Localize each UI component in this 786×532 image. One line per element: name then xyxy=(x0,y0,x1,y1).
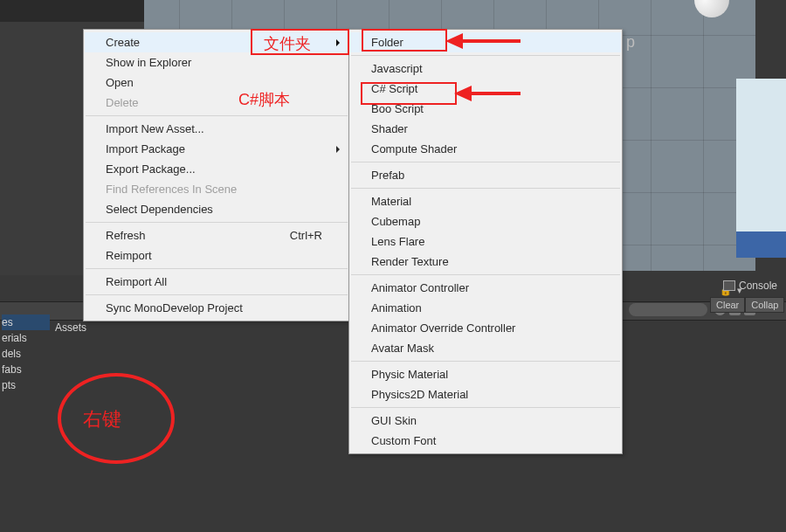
assets-breadcrumb[interactable]: Assets xyxy=(55,321,86,334)
submenu-item-compute-shader[interactable]: Compute Shader xyxy=(350,139,621,159)
app-root: p 🔒 ▾ es erials dels fabs pts Assets Con… xyxy=(0,0,786,532)
menu-item-label: Avatar Mask xyxy=(371,342,434,355)
submenu-item-animator-controller[interactable]: Animator Controller xyxy=(350,278,621,298)
menu-item-label: Folder xyxy=(371,36,403,49)
submenu-arrow-icon xyxy=(336,39,340,46)
submenu-item-avatar-mask[interactable]: Avatar Mask xyxy=(350,338,621,358)
menu-separator xyxy=(351,162,620,162)
submenu-item-custom-font[interactable]: Custom Font xyxy=(350,431,621,451)
menu-item-label: Animator Controller xyxy=(371,281,469,294)
submenu-item-render-texture[interactable]: Render Texture xyxy=(350,252,621,272)
scene-topbar xyxy=(0,0,144,22)
menu-item-label: Open xyxy=(106,76,134,89)
context-menu[interactable]: Create Show in Explorer Open Delete Impo… xyxy=(83,29,350,321)
scene-object[interactable] xyxy=(694,0,729,17)
submenu-arrow-icon xyxy=(336,146,340,153)
menu-separator xyxy=(86,268,348,269)
menu-shortcut: Ctrl+R xyxy=(290,229,322,242)
menu-separator xyxy=(351,407,620,408)
menu-item-reimport[interactable]: Reimport xyxy=(85,245,348,266)
submenu-item-javascript[interactable]: Javascript xyxy=(350,59,621,79)
menu-item-label: Select Dependencies xyxy=(106,203,213,216)
preview-pane-top xyxy=(736,79,786,253)
console-collapse-button[interactable]: Collap xyxy=(745,297,784,313)
submenu-item-shader[interactable]: Shader xyxy=(350,119,621,139)
menu-item-create[interactable]: Create xyxy=(85,32,348,52)
submenu-item-folder[interactable]: Folder xyxy=(350,32,621,52)
menu-item-label: Reimport All xyxy=(106,275,167,288)
menu-separator xyxy=(86,222,348,223)
submenu-item-gui-skin[interactable]: GUI Skin xyxy=(350,411,621,431)
menu-separator xyxy=(351,361,620,362)
menu-item-label: Delete xyxy=(106,96,139,109)
folder-item[interactable]: fabs xyxy=(2,362,50,377)
menu-item-label: Show in Explorer xyxy=(106,56,191,69)
menu-item-label: Compute Shader xyxy=(371,142,457,155)
menu-item-label: Javascript xyxy=(371,62,423,75)
menu-item-label: Custom Font xyxy=(371,434,436,447)
menu-item-label: Reimport xyxy=(106,249,152,262)
menu-item-label: Shader xyxy=(371,122,408,135)
submenu-item-material[interactable]: Material xyxy=(350,191,621,211)
menu-separator xyxy=(351,188,620,189)
menu-item-reimport-all[interactable]: Reimport All xyxy=(85,272,348,292)
menu-item-label: Find References In Scene xyxy=(106,183,237,196)
console-buttons: Clear Collap xyxy=(710,297,784,313)
submenu-item-csharp-script[interactable]: C# Script xyxy=(350,79,621,99)
menu-separator xyxy=(351,274,620,275)
submenu-item-physics2d-material[interactable]: Physics2D Material xyxy=(350,384,621,404)
project-search-input[interactable] xyxy=(629,303,707,316)
create-submenu[interactable]: Folder Javascript C# Script Boo Script S… xyxy=(348,29,623,454)
menu-item-label: Create xyxy=(106,36,140,49)
preview-pane-bottom xyxy=(736,231,786,258)
folder-item[interactable]: erials xyxy=(2,330,50,346)
menu-item-find-references: Find References In Scene xyxy=(85,179,348,199)
project-folder-list[interactable]: es erials dels fabs pts xyxy=(0,314,50,393)
menu-item-label: Import Package xyxy=(106,142,185,155)
menu-item-sync-monodevelop[interactable]: Sync MonoDevelop Project xyxy=(85,298,348,318)
menu-item-refresh[interactable]: Refresh Ctrl+R xyxy=(85,225,348,245)
menu-item-export-package[interactable]: Export Package... xyxy=(85,159,348,179)
console-icon xyxy=(723,280,735,291)
menu-item-import-new-asset[interactable]: Import New Asset... xyxy=(85,119,348,139)
console-clear-button[interactable]: Clear xyxy=(710,297,745,313)
menu-item-label: Import New Asset... xyxy=(106,122,204,135)
menu-separator xyxy=(86,294,348,295)
submenu-item-lens-flare[interactable]: Lens Flare xyxy=(350,231,621,252)
menu-item-select-dependencies[interactable]: Select Dependencies xyxy=(85,199,348,219)
submenu-item-animator-override[interactable]: Animator Override Controller xyxy=(350,318,621,338)
submenu-item-boo-script[interactable]: Boo Script xyxy=(350,99,621,119)
menu-item-import-package[interactable]: Import Package xyxy=(85,139,348,159)
menu-item-delete: Delete xyxy=(85,93,348,113)
menu-item-label: Cubemap xyxy=(371,215,420,228)
menu-item-label: Export Package... xyxy=(106,162,196,176)
menu-item-label: Render Texture xyxy=(371,255,449,268)
folder-item[interactable]: es xyxy=(2,314,50,330)
menu-item-label: Material xyxy=(371,195,411,208)
submenu-item-prefab[interactable]: Prefab xyxy=(350,165,621,185)
console-tab-label: Console xyxy=(739,280,777,292)
menu-item-label: Lens Flare xyxy=(371,235,424,248)
menu-separator xyxy=(86,115,348,116)
folder-item[interactable]: pts xyxy=(2,377,50,393)
menu-item-label: Animation xyxy=(371,301,422,314)
menu-item-open[interactable]: Open xyxy=(85,73,348,93)
menu-item-label: Prefab xyxy=(371,169,404,182)
menu-item-label: C# Script xyxy=(371,82,417,95)
menu-item-show-in-explorer[interactable]: Show in Explorer xyxy=(85,52,348,73)
console-tab[interactable]: Console xyxy=(723,280,777,292)
submenu-item-animation[interactable]: Animation xyxy=(350,298,621,318)
overlay-letter: p xyxy=(626,33,635,52)
menu-item-label: Boo Script xyxy=(371,102,424,115)
submenu-item-cubemap[interactable]: Cubemap xyxy=(350,211,621,231)
menu-separator xyxy=(351,55,620,56)
submenu-item-physic-material[interactable]: Physic Material xyxy=(350,364,621,384)
folder-item[interactable]: dels xyxy=(2,346,50,362)
menu-item-label: Physic Material xyxy=(371,368,448,381)
menu-item-label: GUI Skin xyxy=(371,414,417,427)
menu-item-label: Animator Override Controller xyxy=(371,321,515,335)
menu-item-label: Physics2D Material xyxy=(371,388,468,401)
menu-item-label: Refresh xyxy=(106,229,146,242)
menu-item-label: Sync MonoDevelop Project xyxy=(106,301,243,314)
